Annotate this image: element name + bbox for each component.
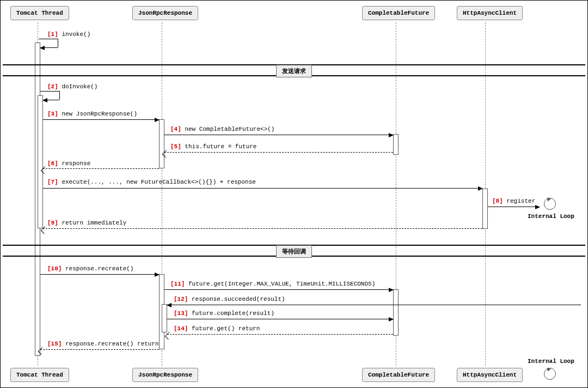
arrow-15 <box>40 349 159 350</box>
participant-bottom-tomcat: Tomcat Thread <box>10 368 69 382</box>
sequence-diagram: Tomcat Thread JsonRpcResponse Completabl… <box>0 0 588 388</box>
internal-loop-icon-bottom <box>544 368 556 380</box>
participant-bottom-jsonrpc: JsonRpcResponse <box>132 368 198 382</box>
participant-bottom-future: CompletableFuture <box>362 368 435 382</box>
msg-3: [3] new JsonRpcResponse() <box>47 111 137 117</box>
participant-bottom-httpclient: HttpAsyncClient <box>457 368 523 382</box>
participant-top-jsonrpc: JsonRpcResponse <box>132 6 198 20</box>
activation-jsonrpc-2b <box>162 304 167 332</box>
msg-1: [1] invoke() <box>47 31 90 38</box>
internal-loop-label-top: Internal Loop <box>528 213 574 220</box>
arrow-3 <box>43 119 159 120</box>
msg-8: [8] register <box>492 198 535 204</box>
msg-7: [7] execute(..., ..., new FutureCallback… <box>47 179 256 185</box>
arrow-5 <box>164 152 393 153</box>
participant-top-tomcat: Tomcat Thread <box>10 6 69 20</box>
activation-httpclient <box>482 189 488 229</box>
msg-6: [6] response <box>47 160 90 167</box>
activation-jsonrpc-1 <box>159 119 164 168</box>
arrow-14 <box>167 334 393 335</box>
divider-label-1: 发送请求 <box>276 65 312 77</box>
arrow-12 <box>167 305 581 305</box>
msg-9: [9] return immediately <box>47 220 126 226</box>
divider-label-2: 等待回调 <box>276 245 312 258</box>
arrow-13 <box>167 319 393 319</box>
activation-tomcat-inner <box>38 95 43 228</box>
arrow-7 <box>43 188 482 189</box>
internal-loop-icon-top <box>544 198 556 210</box>
msg-15: [15] response.recreate() return <box>47 341 159 347</box>
arrow-8 <box>488 207 540 207</box>
participant-top-future: CompletableFuture <box>362 6 435 20</box>
arrow-11 <box>164 289 393 290</box>
activation-future-1 <box>393 134 399 155</box>
msg-10: [10] response.recreate() <box>47 265 133 272</box>
arrow-6 <box>43 168 159 169</box>
arrow-9 <box>43 228 482 229</box>
msg-13: [13] future.complete(result) <box>174 310 274 317</box>
activation-future-2 <box>393 289 399 336</box>
internal-loop-label-bottom: Internal Loop <box>528 358 574 365</box>
msg-11: [11] future.get(Integer.MAX_VALUE, TimeU… <box>170 281 375 287</box>
arrow-4 <box>164 135 393 135</box>
msg-14: [14] future.get() return <box>174 325 260 332</box>
msg-4: [4] new CompletableFuture<>() <box>170 126 274 132</box>
msg-12: [12] response.succeeded(result) <box>174 296 285 302</box>
arrow-10 <box>40 274 159 275</box>
msg-2: [2] doInvoke() <box>47 83 97 90</box>
participant-top-httpclient: HttpAsyncClient <box>457 6 523 20</box>
msg-5: [5] this.future = future <box>170 143 256 150</box>
